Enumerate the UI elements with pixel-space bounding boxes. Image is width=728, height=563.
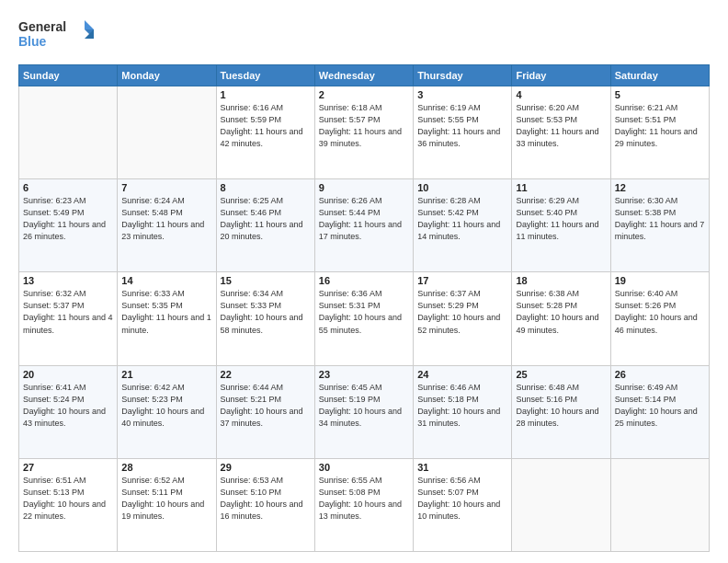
calendar-cell: 21Sunrise: 6:42 AMSunset: 5:23 PMDayligh… bbox=[118, 365, 216, 458]
calendar-cell bbox=[610, 458, 709, 551]
calendar-cell: 30Sunrise: 6:55 AMSunset: 5:08 PMDayligh… bbox=[314, 458, 413, 551]
day-number: 16 bbox=[319, 275, 409, 286]
day-number: 31 bbox=[417, 462, 507, 473]
day-info: Sunrise: 6:34 AMSunset: 5:33 PMDaylight:… bbox=[221, 288, 311, 336]
day-of-week-header: Monday bbox=[118, 65, 216, 86]
day-info: Sunrise: 6:38 AMSunset: 5:28 PMDaylight:… bbox=[516, 288, 606, 336]
day-info: Sunrise: 6:29 AMSunset: 5:40 PMDaylight:… bbox=[516, 195, 606, 243]
calendar-week-row: 6Sunrise: 6:23 AMSunset: 5:49 PMDaylight… bbox=[19, 179, 710, 272]
calendar-cell: 27Sunrise: 6:51 AMSunset: 5:13 PMDayligh… bbox=[19, 458, 118, 551]
day-info: Sunrise: 6:40 AMSunset: 5:26 PMDaylight:… bbox=[615, 288, 705, 336]
day-info: Sunrise: 6:19 AMSunset: 5:55 PMDaylight:… bbox=[417, 102, 507, 150]
day-info: Sunrise: 6:21 AMSunset: 5:51 PMDaylight:… bbox=[615, 102, 705, 150]
calendar-cell: 19Sunrise: 6:40 AMSunset: 5:26 PMDayligh… bbox=[610, 272, 709, 365]
calendar-cell: 1Sunrise: 6:16 AMSunset: 5:59 PMDaylight… bbox=[216, 86, 314, 179]
calendar-cell: 26Sunrise: 6:49 AMSunset: 5:14 PMDayligh… bbox=[610, 365, 709, 458]
day-of-week-header: Thursday bbox=[414, 65, 512, 86]
day-number: 2 bbox=[319, 89, 409, 100]
calendar-week-row: 27Sunrise: 6:51 AMSunset: 5:13 PMDayligh… bbox=[19, 458, 710, 551]
day-of-week-header: Friday bbox=[512, 65, 610, 86]
calendar-cell: 28Sunrise: 6:52 AMSunset: 5:11 PMDayligh… bbox=[118, 458, 216, 551]
day-info: Sunrise: 6:45 AMSunset: 5:19 PMDaylight:… bbox=[319, 382, 409, 430]
day-info: Sunrise: 6:56 AMSunset: 5:07 PMDaylight:… bbox=[417, 475, 507, 523]
calendar-cell bbox=[118, 86, 216, 179]
svg-text:Blue: Blue bbox=[18, 34, 47, 49]
day-info: Sunrise: 6:48 AMSunset: 5:16 PMDaylight:… bbox=[516, 382, 606, 430]
day-info: Sunrise: 6:42 AMSunset: 5:23 PMDaylight:… bbox=[121, 382, 211, 430]
day-number: 13 bbox=[23, 275, 113, 286]
calendar-cell: 2Sunrise: 6:18 AMSunset: 5:57 PMDaylight… bbox=[314, 86, 413, 179]
day-info: Sunrise: 6:28 AMSunset: 5:42 PMDaylight:… bbox=[417, 195, 507, 243]
day-number: 6 bbox=[23, 182, 113, 193]
calendar-cell: 22Sunrise: 6:44 AMSunset: 5:21 PMDayligh… bbox=[216, 365, 314, 458]
calendar-cell: 20Sunrise: 6:41 AMSunset: 5:24 PMDayligh… bbox=[19, 365, 118, 458]
calendar-cell: 15Sunrise: 6:34 AMSunset: 5:33 PMDayligh… bbox=[216, 272, 314, 365]
day-info: Sunrise: 6:33 AMSunset: 5:35 PMDaylight:… bbox=[121, 288, 211, 336]
day-number: 25 bbox=[516, 369, 606, 380]
day-info: Sunrise: 6:30 AMSunset: 5:38 PMDaylight:… bbox=[615, 195, 705, 243]
logo-svg: General Blue bbox=[18, 17, 101, 55]
calendar-cell: 7Sunrise: 6:24 AMSunset: 5:48 PMDaylight… bbox=[118, 179, 216, 272]
calendar-week-row: 20Sunrise: 6:41 AMSunset: 5:24 PMDayligh… bbox=[19, 365, 710, 458]
day-number: 7 bbox=[121, 182, 211, 193]
calendar-cell: 10Sunrise: 6:28 AMSunset: 5:42 PMDayligh… bbox=[414, 179, 512, 272]
day-number: 18 bbox=[516, 275, 606, 286]
day-info: Sunrise: 6:20 AMSunset: 5:53 PMDaylight:… bbox=[516, 102, 606, 150]
day-number: 24 bbox=[417, 369, 507, 380]
day-number: 21 bbox=[121, 369, 211, 380]
day-number: 23 bbox=[319, 369, 409, 380]
calendar-cell: 17Sunrise: 6:37 AMSunset: 5:29 PMDayligh… bbox=[414, 272, 512, 365]
day-number: 17 bbox=[417, 275, 507, 286]
day-info: Sunrise: 6:36 AMSunset: 5:31 PMDaylight:… bbox=[319, 288, 409, 336]
calendar-cell: 5Sunrise: 6:21 AMSunset: 5:51 PMDaylight… bbox=[610, 86, 709, 179]
calendar-table: SundayMondayTuesdayWednesdayThursdayFrid… bbox=[18, 64, 710, 552]
calendar-cell: 25Sunrise: 6:48 AMSunset: 5:16 PMDayligh… bbox=[512, 365, 610, 458]
calendar-cell: 18Sunrise: 6:38 AMSunset: 5:28 PMDayligh… bbox=[512, 272, 610, 365]
svg-text:General: General bbox=[18, 19, 66, 34]
day-of-week-header: Saturday bbox=[610, 65, 709, 86]
day-info: Sunrise: 6:52 AMSunset: 5:11 PMDaylight:… bbox=[121, 475, 211, 523]
calendar-cell: 13Sunrise: 6:32 AMSunset: 5:37 PMDayligh… bbox=[19, 272, 118, 365]
day-number: 14 bbox=[121, 275, 211, 286]
day-info: Sunrise: 6:16 AMSunset: 5:59 PMDaylight:… bbox=[221, 102, 311, 150]
day-number: 19 bbox=[615, 275, 705, 286]
day-number: 10 bbox=[417, 182, 507, 193]
day-number: 30 bbox=[319, 462, 409, 473]
calendar-cell bbox=[512, 458, 610, 551]
day-info: Sunrise: 6:18 AMSunset: 5:57 PMDaylight:… bbox=[319, 102, 409, 150]
header: General Blue bbox=[18, 17, 710, 55]
day-number: 27 bbox=[23, 462, 113, 473]
calendar-cell: 29Sunrise: 6:53 AMSunset: 5:10 PMDayligh… bbox=[216, 458, 314, 551]
day-number: 22 bbox=[221, 369, 311, 380]
calendar-cell: 4Sunrise: 6:20 AMSunset: 5:53 PMDaylight… bbox=[512, 86, 610, 179]
day-of-week-header: Tuesday bbox=[216, 65, 314, 86]
day-info: Sunrise: 6:37 AMSunset: 5:29 PMDaylight:… bbox=[417, 288, 507, 336]
day-number: 20 bbox=[23, 369, 113, 380]
day-number: 5 bbox=[615, 89, 705, 100]
day-info: Sunrise: 6:49 AMSunset: 5:14 PMDaylight:… bbox=[615, 382, 705, 430]
calendar-cell: 9Sunrise: 6:26 AMSunset: 5:44 PMDaylight… bbox=[314, 179, 413, 272]
svg-marker-2 bbox=[85, 20, 94, 29]
day-number: 11 bbox=[516, 182, 606, 193]
day-info: Sunrise: 6:32 AMSunset: 5:37 PMDaylight:… bbox=[23, 288, 113, 336]
calendar-cell: 16Sunrise: 6:36 AMSunset: 5:31 PMDayligh… bbox=[314, 272, 413, 365]
day-info: Sunrise: 6:41 AMSunset: 5:24 PMDaylight:… bbox=[23, 382, 113, 430]
calendar-cell: 31Sunrise: 6:56 AMSunset: 5:07 PMDayligh… bbox=[414, 458, 512, 551]
calendar-header-row: SundayMondayTuesdayWednesdayThursdayFrid… bbox=[19, 65, 710, 86]
day-number: 26 bbox=[615, 369, 705, 380]
page: General Blue SundayMondayTuesdayWednesda… bbox=[0, 0, 728, 563]
day-info: Sunrise: 6:53 AMSunset: 5:10 PMDaylight:… bbox=[221, 475, 311, 523]
calendar-cell: 12Sunrise: 6:30 AMSunset: 5:38 PMDayligh… bbox=[610, 179, 709, 272]
day-of-week-header: Sunday bbox=[19, 65, 118, 86]
day-number: 15 bbox=[221, 275, 311, 286]
logo: General Blue bbox=[18, 17, 101, 55]
day-info: Sunrise: 6:26 AMSunset: 5:44 PMDaylight:… bbox=[319, 195, 409, 243]
day-info: Sunrise: 6:25 AMSunset: 5:46 PMDaylight:… bbox=[221, 195, 311, 243]
day-number: 3 bbox=[417, 89, 507, 100]
calendar-cell: 24Sunrise: 6:46 AMSunset: 5:18 PMDayligh… bbox=[414, 365, 512, 458]
day-number: 4 bbox=[516, 89, 606, 100]
day-info: Sunrise: 6:44 AMSunset: 5:21 PMDaylight:… bbox=[221, 382, 311, 430]
calendar-cell: 6Sunrise: 6:23 AMSunset: 5:49 PMDaylight… bbox=[19, 179, 118, 272]
day-info: Sunrise: 6:23 AMSunset: 5:49 PMDaylight:… bbox=[23, 195, 113, 243]
calendar-cell: 23Sunrise: 6:45 AMSunset: 5:19 PMDayligh… bbox=[314, 365, 413, 458]
